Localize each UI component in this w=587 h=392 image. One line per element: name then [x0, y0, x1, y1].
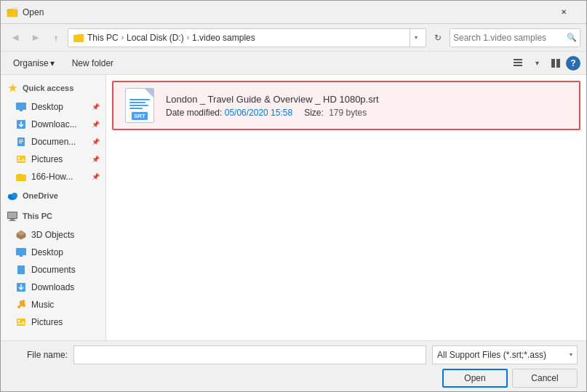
file-icon-container: SRT	[122, 88, 157, 123]
svg-rect-33	[17, 319, 25, 326]
svg-rect-14	[19, 143, 22, 143]
svg-rect-15	[17, 156, 25, 163]
svg-rect-6	[551, 59, 555, 68]
sidebar-item-desktop-quick[interactable]: Desktop 📌	[1, 98, 105, 116]
svg-rect-17	[16, 175, 26, 181]
search-input[interactable]	[453, 33, 567, 43]
pin-icon4: 📌	[92, 156, 100, 163]
breadcrumb-sep2: ›	[187, 33, 189, 41]
srt-label: SRT	[132, 112, 148, 120]
onedrive-icon	[7, 190, 18, 201]
breadcrumb-part3[interactable]: 1.video samples	[192, 33, 255, 43]
folder-icon	[73, 32, 84, 44]
sidebar-item-music[interactable]: Music	[1, 296, 105, 313]
svg-point-16	[18, 157, 20, 159]
breadcrumb-part2[interactable]: Local Disk (D:)	[127, 33, 184, 43]
sidebar-section-thispc[interactable]: This PC	[1, 206, 105, 226]
svg-point-34	[18, 320, 20, 322]
sidebar-section-quickaccess: ★ Quick access	[1, 78, 105, 98]
back-button[interactable]: ◀	[7, 29, 24, 47]
3dobjects-icon	[15, 229, 27, 241]
svg-rect-5	[514, 65, 522, 66]
up-button[interactable]: ↑	[47, 29, 65, 47]
filename-row: File name: All Support Files (*.srt;*.as…	[9, 345, 578, 364]
pin-icon2: 📌	[92, 121, 100, 128]
svg-rect-3	[514, 59, 522, 60]
sidebar-item-pictures-quick[interactable]: Pictures 📌	[1, 151, 105, 168]
view-pane-button[interactable]	[547, 55, 564, 72]
svg-rect-24	[9, 220, 16, 221]
svg-rect-9	[20, 110, 23, 111]
view-details-button[interactable]	[509, 55, 527, 72]
refresh-button[interactable]: ↻	[429, 29, 447, 47]
organise-button[interactable]: Organise ▾	[7, 55, 61, 72]
pin-icon: 📌	[92, 103, 100, 111]
help-button[interactable]: ?	[566, 56, 580, 71]
toolbar2-right: ▾ ?	[509, 55, 580, 72]
organise-toolbar: Organise ▾ New folder ▾ ?	[1, 52, 586, 75]
file-date: Date modified: 05/06/2020 15:58	[166, 108, 292, 118]
dialog-icon	[7, 7, 18, 18]
sidebar-item-3dobjects[interactable]: 3D Objects	[1, 226, 105, 244]
sidebar: ★ Quick access Desktop 📌 Downloac... 📌	[1, 75, 106, 340]
svg-rect-28	[20, 255, 23, 257]
sidebar-item-desktop[interactable]: Desktop	[1, 244, 105, 261]
desktop-quick-icon	[15, 101, 27, 113]
pin-icon5: 📌	[92, 173, 100, 180]
svg-point-19	[8, 194, 12, 199]
titlebar: Open ✕	[1, 1, 586, 24]
pictures-icon	[15, 316, 27, 328]
open-button[interactable]: Open	[442, 369, 508, 388]
svg-point-31	[17, 305, 20, 308]
sidebar-item-166how[interactable]: 166-How... 📌	[1, 168, 105, 185]
titlebar-left: Open	[7, 7, 44, 18]
svg-rect-13	[19, 141, 23, 142]
sidebar-item-downloads[interactable]: Downloads	[1, 279, 105, 296]
file-item[interactable]: SRT London _ Travel Guide & Overview _ H…	[112, 81, 580, 130]
documents-quick-icon	[15, 136, 27, 148]
filename-label: File name:	[9, 350, 68, 360]
filetype-text: All Support Files (*.srt;*.ass)	[437, 350, 546, 360]
cancel-button[interactable]: Cancel	[512, 369, 578, 388]
svg-rect-29	[17, 265, 25, 274]
svg-rect-4	[514, 62, 522, 63]
svg-rect-8	[16, 103, 26, 110]
srt-file-icon: SRT	[125, 88, 154, 123]
close-button[interactable]: ✕	[547, 1, 580, 24]
open-dialog: Open ✕ ◀ ▶ ↑ This PC › Local Disk (D:) ›…	[0, 0, 587, 392]
dialog-buttons: Open Cancel	[442, 369, 578, 388]
filename-input[interactable]	[73, 345, 426, 364]
pictures-quick-icon	[15, 153, 27, 165]
music-icon	[15, 299, 27, 311]
file-name: London _ Travel Guide & Overview _ HD 10…	[166, 94, 570, 105]
sidebar-section-onedrive[interactable]: OneDrive	[1, 185, 105, 206]
search-box[interactable]: 🔍	[450, 28, 580, 47]
new-folder-button[interactable]: New folder	[65, 55, 120, 72]
svg-rect-27	[16, 248, 26, 255]
navigation-toolbar: ◀ ▶ ↑ This PC › Local Disk (D:) › 1.vide…	[1, 24, 586, 52]
svg-rect-7	[556, 59, 560, 68]
folder-166-icon	[15, 171, 27, 183]
svg-rect-2	[73, 35, 84, 42]
svg-point-32	[23, 304, 25, 307]
breadcrumb-dropdown[interactable]: ▾	[410, 28, 421, 47]
documents-icon	[15, 264, 27, 276]
svg-rect-1	[7, 9, 12, 12]
breadcrumb-bar[interactable]: This PC › Local Disk (D:) › 1.video samp…	[68, 28, 426, 47]
forward-button[interactable]: ▶	[27, 29, 44, 47]
filetype-dropdown[interactable]: All Support Files (*.srt;*.ass) ▾	[432, 345, 578, 364]
pin-icon3: 📌	[92, 138, 100, 145]
sidebar-item-documents[interactable]: Documents	[1, 261, 105, 279]
sidebar-item-pictures[interactable]: Pictures	[1, 313, 105, 331]
file-size: Size: 179 bytes	[304, 108, 367, 118]
view-dropdown-button[interactable]: ▾	[528, 55, 546, 72]
downloads-icon	[15, 281, 27, 293]
sidebar-item-documents-quick[interactable]: Documen... 📌	[1, 133, 105, 151]
file-area[interactable]: SRT London _ Travel Guide & Overview _ H…	[106, 75, 586, 340]
breadcrumb-part1[interactable]: This PC	[87, 33, 119, 43]
svg-rect-12	[19, 140, 23, 140]
titlebar-title: Open	[23, 7, 44, 17]
main-area: ★ Quick access Desktop 📌 Downloac... 📌	[1, 75, 586, 340]
breadcrumb-sep1: ›	[121, 33, 124, 41]
sidebar-item-downloads-quick[interactable]: Downloac... 📌	[1, 116, 105, 133]
